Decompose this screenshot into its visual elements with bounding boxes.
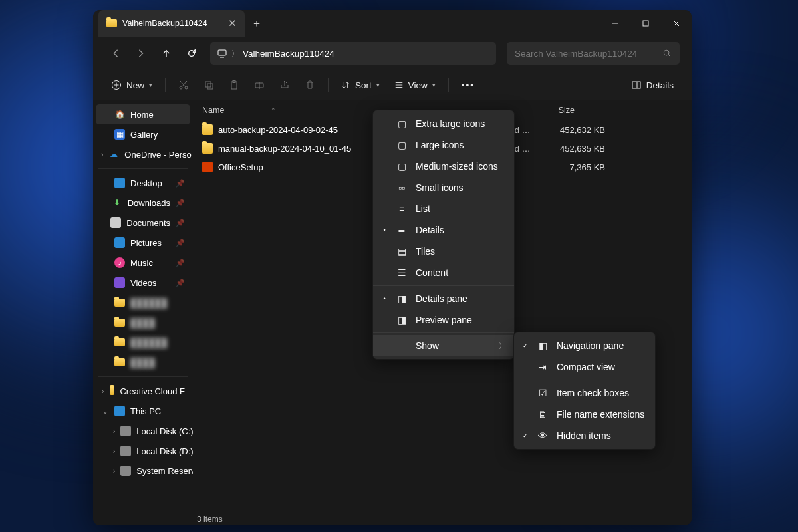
- new-button[interactable]: New▾: [105, 74, 158, 96]
- tab-active[interactable]: ValheimBackup110424 ✕: [98, 10, 245, 37]
- menu-item-extra-large-icons[interactable]: ▢Extra large icons: [373, 113, 514, 134]
- maximize-button[interactable]: [630, 10, 661, 37]
- folder-icon: [106, 19, 117, 27]
- checkbox-icon: ☑: [537, 388, 549, 398]
- share-button[interactable]: [273, 74, 296, 96]
- svg-rect-1: [643, 21, 648, 26]
- view-menu: ▢Extra large icons ▢Large icons ▢Medium-…: [372, 110, 515, 360]
- sidebar-item-documents[interactable]: Documents📌: [96, 213, 190, 233]
- menu-item-compact-view[interactable]: ⇥Compact view: [514, 356, 655, 378]
- sidebar-item-downloads[interactable]: ⬇Downloads📌: [96, 193, 190, 213]
- sidebar-item-pinned[interactable]: ████: [96, 313, 190, 332]
- check-icon: ✓: [522, 432, 529, 439]
- sidebar-item-this-pc[interactable]: ⌄This PC: [96, 401, 190, 421]
- folder-icon: [110, 387, 114, 395]
- folder-icon: [202, 143, 213, 154]
- menu-item-content[interactable]: ☰Content: [373, 262, 514, 283]
- m-icons-icon: ▢: [396, 161, 408, 172]
- sidebar-item-videos[interactable]: Videos📌: [96, 273, 190, 293]
- sidebar-item-desktop[interactable]: Desktop📌: [96, 173, 190, 193]
- close-button[interactable]: [661, 10, 692, 37]
- sidebar-item-gallery[interactable]: ▦Gallery: [96, 124, 190, 144]
- sort-indicator-icon: ⌃: [271, 107, 276, 114]
- tiles-icon: ▤: [396, 246, 408, 257]
- chevron-right-icon: 〉: [231, 49, 239, 59]
- tab-title: ValheimBackup110424: [122, 19, 207, 28]
- menu-item-large-icons[interactable]: ▢Large icons: [373, 134, 514, 156]
- sidebar-item-drive-system[interactable]: ›System Reserv: [96, 461, 190, 481]
- sidebar-item-pinned[interactable]: ██████: [96, 332, 190, 352]
- menu-item-small-icons[interactable]: ▫▫Small icons: [373, 177, 514, 198]
- folder-icon: [114, 358, 125, 366]
- view-icon: [394, 80, 404, 90]
- folder-icon: [202, 124, 213, 135]
- up-button[interactable]: [156, 43, 177, 64]
- pin-icon: 📌: [176, 259, 185, 267]
- svg-point-12: [185, 86, 188, 89]
- sidebar-item-drive-c[interactable]: ›Local Disk (C:): [96, 421, 190, 441]
- close-tab-icon[interactable]: ✕: [228, 17, 237, 29]
- gallery-icon: ▦: [114, 129, 125, 140]
- col-name[interactable]: Name: [202, 106, 224, 115]
- new-tab-button[interactable]: ＋: [245, 10, 269, 37]
- sidebar-item-pictures[interactable]: Pictures📌: [96, 233, 190, 253]
- office-icon: [202, 162, 213, 172]
- details-pane-icon: ◨: [396, 293, 408, 304]
- svg-rect-14: [207, 84, 213, 89]
- check-icon: ✓: [522, 342, 529, 349]
- cut-button[interactable]: [172, 74, 195, 96]
- sidebar-item-music[interactable]: ♪Music📌: [96, 253, 190, 273]
- menu-item-item-check-boxes[interactable]: ☑Item check boxes: [514, 382, 655, 404]
- sidebar-item-pinned[interactable]: ██████: [96, 293, 190, 313]
- rename-icon: [254, 80, 265, 90]
- minimize-button[interactable]: [600, 10, 630, 37]
- folder-icon: [114, 338, 125, 346]
- menu-item-navigation-pane[interactable]: ✓◧Navigation pane: [514, 335, 655, 356]
- menu-item-file-name-extensions[interactable]: 🗎File name extensions: [514, 404, 655, 425]
- more-button[interactable]: •••: [456, 74, 481, 96]
- copy-button[interactable]: [198, 74, 220, 96]
- details-pane-button[interactable]: Details: [625, 74, 680, 96]
- menu-item-show[interactable]: Show〉: [373, 335, 514, 356]
- compact-icon: ⇥: [537, 362, 549, 372]
- videos-icon: [114, 277, 125, 288]
- sidebar-item-onedrive[interactable]: ›☁OneDrive - Perso: [96, 144, 190, 164]
- navigation-pane: 🏠Home ▦Gallery ›☁OneDrive - Perso Deskto…: [93, 100, 193, 525]
- home-icon: 🏠: [114, 109, 125, 120]
- menu-item-tiles[interactable]: ▤Tiles: [373, 241, 514, 262]
- search-box[interactable]: [507, 42, 680, 65]
- chevron-right-icon: 〉: [499, 341, 506, 351]
- content-icon: ☰: [396, 267, 408, 278]
- delete-button[interactable]: [299, 74, 321, 96]
- menu-item-preview-pane[interactable]: ◨Preview pane: [373, 309, 514, 331]
- search-input[interactable]: [515, 49, 662, 59]
- col-size[interactable]: Size: [559, 106, 575, 115]
- sort-button[interactable]: Sort▾: [335, 74, 386, 96]
- back-button[interactable]: [105, 43, 126, 64]
- menu-item-list[interactable]: ≡List: [373, 198, 514, 219]
- menu-item-details[interactable]: •≣Details: [373, 219, 514, 241]
- share-icon: [279, 80, 290, 90]
- search-icon: [662, 49, 672, 58]
- refresh-button[interactable]: [181, 43, 202, 64]
- toolbar: New▾ Sort▾ View▾ ••• Details: [93, 70, 692, 100]
- s-icons-icon: ▫▫: [396, 182, 408, 193]
- trash-icon: [305, 80, 315, 90]
- desktop-icon: [114, 178, 125, 188]
- sidebar-item-home[interactable]: 🏠Home: [96, 104, 190, 124]
- menu-item-details-pane[interactable]: •◨Details pane: [373, 288, 514, 309]
- details-pane-icon: [631, 80, 642, 90]
- paste-button[interactable]: [223, 74, 245, 96]
- sidebar-item-drive-d[interactable]: ›Local Disk (D:): [96, 441, 190, 461]
- forward-button[interactable]: [130, 43, 152, 64]
- breadcrumb[interactable]: 〉 ValheimBackup110424: [210, 42, 496, 65]
- rename-button[interactable]: [248, 74, 271, 96]
- menu-item-medium-icons[interactable]: ▢Medium-sized icons: [373, 156, 514, 177]
- menu-item-hidden-items[interactable]: ✓👁Hidden items: [514, 425, 655, 446]
- sidebar-item-pinned[interactable]: ████: [96, 352, 190, 372]
- view-button[interactable]: View▾: [388, 74, 442, 96]
- plus-circle-icon: [111, 80, 122, 90]
- pin-icon: 📌: [176, 179, 185, 188]
- details-icon: ≣: [396, 225, 408, 235]
- sidebar-item-creative-cloud[interactable]: ›Creative Cloud F: [96, 381, 190, 401]
